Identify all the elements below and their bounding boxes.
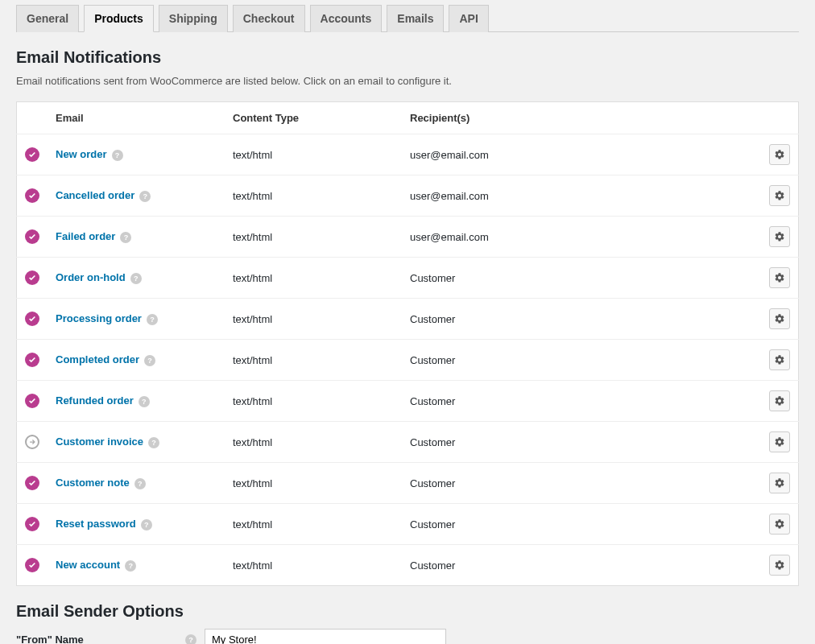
help-icon[interactable]: ? xyxy=(144,355,155,366)
check-icon xyxy=(25,476,39,490)
recipient-cell: Customer xyxy=(402,340,761,381)
table-row: Reset password?text/htmlCustomer xyxy=(17,504,799,545)
tab-api[interactable]: API xyxy=(449,5,488,32)
gear-icon[interactable] xyxy=(769,267,790,288)
content-type-cell: text/html xyxy=(225,258,402,299)
check-icon xyxy=(25,353,39,367)
email-notifications-description: Email notifications sent from WooCommerc… xyxy=(16,75,799,87)
help-icon[interactable]: ? xyxy=(148,437,159,448)
email-link[interactable]: Processing order xyxy=(56,312,142,324)
from-name-input[interactable] xyxy=(205,629,446,644)
email-link[interactable]: New account xyxy=(56,559,120,571)
tab-checkout[interactable]: Checkout xyxy=(233,5,305,32)
table-row: Processing order?text/htmlCustomer xyxy=(17,299,799,340)
tab-emails[interactable]: Emails xyxy=(387,5,444,32)
tab-general[interactable]: General xyxy=(16,5,79,32)
table-row: Completed order?text/htmlCustomer xyxy=(17,340,799,381)
settings-tabs: GeneralProductsShippingCheckoutAccountsE… xyxy=(16,0,799,32)
tab-shipping[interactable]: Shipping xyxy=(159,5,228,32)
help-icon[interactable]: ? xyxy=(134,478,146,489)
email-link[interactable]: Cancelled order xyxy=(56,189,134,201)
gear-icon[interactable] xyxy=(769,349,790,370)
help-icon[interactable]: ? xyxy=(120,232,131,243)
recipient-cell: user@email.com xyxy=(402,134,761,175)
gear-icon[interactable] xyxy=(769,390,790,411)
col-email-header: Email xyxy=(48,102,225,134)
email-link[interactable]: Failed order xyxy=(56,230,115,242)
recipient-cell: Customer xyxy=(402,381,761,422)
email-link[interactable]: Customer invoice xyxy=(56,436,143,448)
check-icon xyxy=(25,312,39,326)
content-type-cell: text/html xyxy=(225,217,402,258)
help-icon[interactable]: ? xyxy=(112,150,123,161)
gear-icon[interactable] xyxy=(769,555,790,576)
recipient-cell: user@email.com xyxy=(402,175,761,217)
tab-products[interactable]: Products xyxy=(84,5,154,32)
content-type-cell: text/html xyxy=(225,134,402,175)
help-icon[interactable]: ? xyxy=(130,273,142,284)
check-icon xyxy=(25,270,39,285)
gear-icon[interactable] xyxy=(769,144,790,165)
check-icon xyxy=(25,517,39,531)
content-type-cell: text/html xyxy=(225,175,402,217)
content-type-cell: text/html xyxy=(225,422,402,463)
col-actions-header xyxy=(761,102,799,134)
col-recipients-header: Recipient(s) xyxy=(402,102,761,134)
help-icon[interactable]: ? xyxy=(185,634,197,645)
check-icon xyxy=(25,229,39,244)
email-link[interactable]: Reset password xyxy=(56,518,136,530)
help-icon[interactable]: ? xyxy=(141,519,152,530)
email-notifications-heading: Email Notifications xyxy=(16,48,799,67)
email-link[interactable]: Completed order xyxy=(56,353,139,365)
gear-icon[interactable] xyxy=(769,308,790,329)
col-content-type-header: Content Type xyxy=(225,102,402,134)
help-icon[interactable]: ? xyxy=(147,314,158,325)
recipient-cell: Customer xyxy=(402,504,761,545)
table-row: Customer note?text/htmlCustomer xyxy=(17,463,799,504)
gear-icon[interactable] xyxy=(769,431,790,452)
check-icon xyxy=(25,394,39,408)
help-icon[interactable]: ? xyxy=(139,191,151,202)
check-icon xyxy=(25,558,39,572)
help-icon[interactable]: ? xyxy=(125,560,136,572)
content-type-cell: text/html xyxy=(225,340,402,381)
email-notifications-table: Email Content Type Recipient(s) New orde… xyxy=(16,101,799,586)
email-link[interactable]: New order xyxy=(56,148,107,160)
recipient-cell: Customer xyxy=(402,422,761,463)
recipient-cell: Customer xyxy=(402,463,761,504)
gear-icon[interactable] xyxy=(769,514,790,535)
email-link[interactable]: Refunded order xyxy=(56,394,134,407)
gear-icon[interactable] xyxy=(769,226,790,247)
table-row: Customer invoice?text/htmlCustomer xyxy=(17,422,799,463)
table-row: New account?text/htmlCustomer xyxy=(17,545,799,586)
content-type-cell: text/html xyxy=(225,504,402,545)
email-link[interactable]: Order on-hold xyxy=(56,271,126,283)
table-row: Cancelled order?text/htmluser@email.com xyxy=(17,175,799,217)
arrow-right-icon xyxy=(25,435,39,449)
help-icon[interactable]: ? xyxy=(139,396,150,407)
check-icon xyxy=(25,147,39,162)
check-icon xyxy=(25,188,39,203)
table-row: Order on-hold?text/htmlCustomer xyxy=(17,258,799,299)
recipient-cell: Customer xyxy=(402,258,761,299)
gear-icon[interactable] xyxy=(769,473,790,493)
table-row: New order?text/htmluser@email.com xyxy=(17,134,799,175)
recipient-cell: Customer xyxy=(402,545,761,586)
recipient-cell: user@email.com xyxy=(402,217,761,258)
tab-accounts[interactable]: Accounts xyxy=(310,5,383,32)
recipient-cell: Customer xyxy=(402,299,761,340)
gear-icon[interactable] xyxy=(769,185,790,206)
email-link[interactable]: Customer note xyxy=(56,477,130,489)
col-status-header xyxy=(17,102,48,134)
table-row: Refunded order?text/htmlCustomer xyxy=(17,381,799,422)
content-type-cell: text/html xyxy=(225,545,402,586)
content-type-cell: text/html xyxy=(225,381,402,422)
from-name-label: "From" Name xyxy=(16,634,185,644)
email-sender-options-heading: Email Sender Options xyxy=(16,602,799,621)
content-type-cell: text/html xyxy=(225,299,402,340)
from-name-row: "From" Name ? xyxy=(16,629,799,644)
content-type-cell: text/html xyxy=(225,463,402,504)
table-row: Failed order?text/htmluser@email.com xyxy=(17,217,799,258)
